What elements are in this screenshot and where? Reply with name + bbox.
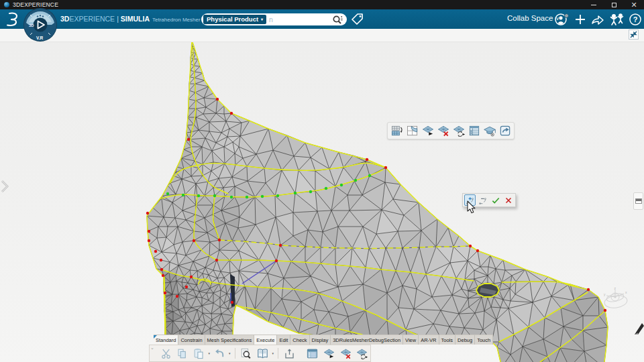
action-tab-standard[interactable]: Standard — [154, 335, 178, 345]
action-tab-execute[interactable]: Execute — [254, 335, 277, 345]
undo-button[interactable]: ▾ — [213, 347, 227, 361]
window-titlebar: 3DEXPERIENCE ✕ — [0, 0, 644, 9]
toolbar-separator — [278, 348, 278, 359]
remove-points-button[interactable] — [477, 194, 488, 206]
search-input[interactable]: n — [269, 15, 332, 23]
dassault-3ds-logo[interactable] — [5, 11, 22, 27]
dropdown-caret[interactable]: ▾ — [229, 351, 231, 355]
minimize-button[interactable] — [584, 0, 604, 9]
app-icon — [4, 2, 9, 7]
maximize-button[interactable] — [604, 0, 624, 9]
delete-mesh-button-2[interactable] — [339, 347, 353, 361]
cut-button[interactable] — [159, 347, 173, 361]
remesh-button-2[interactable] — [355, 347, 369, 361]
pencil-cursor — [633, 320, 644, 335]
exit-app-button[interactable] — [498, 123, 513, 138]
document-tabbar — [0, 29, 644, 42]
brand-3d: 3D — [60, 15, 69, 23]
viewport-3d[interactable] — [0, 42, 644, 362]
catalog-button[interactable]: ▾ — [256, 347, 270, 361]
share-button-top[interactable] — [590, 13, 605, 26]
search-bar[interactable]: Physical Product▾ n — [201, 13, 347, 25]
chevron-down-icon: ▾ — [261, 15, 263, 24]
mouse-cursor — [467, 200, 477, 215]
view-gizmo[interactable]: zxy — [599, 287, 634, 316]
remesh-button[interactable] — [451, 123, 466, 138]
action-tab-tools[interactable]: Tools — [439, 335, 456, 345]
action-tab-edit[interactable]: Edit — [277, 335, 290, 345]
update-mesh-button-2[interactable] — [322, 347, 336, 361]
search-preview-button[interactable] — [239, 347, 254, 361]
dropdown-caret[interactable]: ▾ — [208, 351, 210, 355]
gizmo-x-label: x — [625, 290, 627, 294]
share-button[interactable] — [282, 347, 297, 361]
search-scope-dropdown[interactable]: Physical Product▾ — [203, 15, 266, 24]
action-tab-mesh-specifications[interactable]: Mesh Specifications — [205, 335, 255, 345]
toolbar-separator — [235, 348, 235, 359]
collab-space-dropdown[interactable]: Collab Space∨ — [507, 14, 559, 22]
paste-button[interactable]: ▾ — [192, 347, 206, 361]
app-subtitle: Tetrahedron Mesher — [152, 17, 201, 23]
action-toolbar-icons: ▾▾▾ — [149, 345, 371, 362]
action-tab-3drulesmesherdebugsection[interactable]: 3DRulesMesherDebugSection — [331, 335, 403, 345]
profile-button[interactable] — [554, 13, 570, 26]
compass-vr-label: V.R — [36, 36, 44, 40]
brand-experience: EXPERIENCE — [69, 15, 115, 23]
brand-separator: | — [115, 15, 121, 23]
action-tab-check[interactable]: Check — [290, 335, 309, 345]
action-tab-ar-vr[interactable]: AR-VR — [419, 335, 439, 345]
compass-3d-label: 3D — [29, 23, 34, 27]
close-button[interactable]: ✕ — [624, 0, 644, 9]
ok-button[interactable] — [490, 194, 501, 206]
mesh-specifications-table-button[interactable] — [467, 123, 482, 138]
collapse-action-bar-chevron[interactable]: ⌄ — [150, 345, 154, 351]
mesh-quality-button[interactable] — [482, 123, 497, 138]
update-mesh-button[interactable] — [421, 123, 435, 138]
community-icon[interactable] — [608, 13, 625, 26]
tags-icon[interactable] — [352, 13, 365, 26]
action-tab-debug[interactable]: Debug — [455, 335, 475, 345]
gizmo-y-label: y — [604, 292, 606, 296]
action-tab-display[interactable]: Display — [310, 335, 331, 345]
action-tab-constrain[interactable]: Constrain — [178, 335, 205, 345]
copy-button[interactable] — [176, 347, 190, 361]
floating-toolbar — [387, 122, 515, 139]
expand-left-panel-chevron[interactable] — [1, 180, 9, 193]
collapse-viewport-button[interactable] — [629, 29, 639, 40]
brand-app: SIMULIA — [121, 15, 150, 23]
gizmo-z-label: z — [614, 287, 616, 290]
add-content-button[interactable] — [574, 13, 587, 26]
brand-title: 3DEXPERIENCE|SIMULIATetrahedron Mesher — [60, 15, 201, 23]
help-glyph: ? — [633, 15, 638, 23]
search-icon[interactable] — [332, 15, 343, 25]
delete-mesh-button[interactable] — [436, 123, 451, 138]
action-tab-touch[interactable]: Touch — [475, 335, 493, 345]
search-scope-label: Physical Product — [207, 15, 258, 24]
surface-mesh-button[interactable] — [405, 123, 420, 138]
cancel-button[interactable] — [502, 194, 514, 206]
panel-window-icon — [635, 198, 642, 204]
collab-space-label: Collab Space — [507, 14, 553, 22]
3dexperience-compass[interactable]: 3D V.R — [22, 6, 58, 44]
action-tab-view[interactable]: View — [403, 335, 419, 345]
collapsed-panel-handle[interactable] — [633, 192, 643, 210]
mesh-manager-button[interactable] — [305, 347, 319, 361]
action-bar-tabs: StandardConstrainMesh SpecificationsExec… — [154, 335, 493, 345]
help-button[interactable]: ? — [629, 13, 642, 26]
mesh-part-manager-button[interactable] — [390, 123, 405, 138]
dropdown-caret[interactable]: ▾ — [272, 351, 274, 355]
